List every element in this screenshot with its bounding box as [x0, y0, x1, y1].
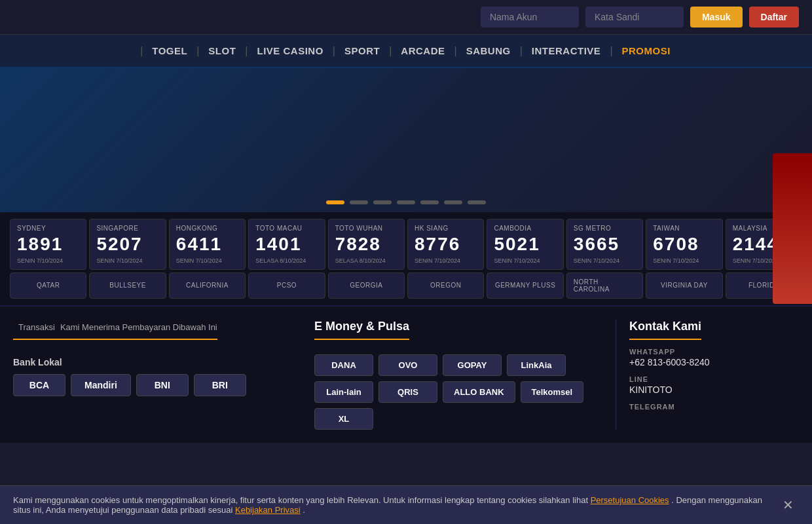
bank-button[interactable]: BRI — [194, 374, 246, 396]
lotto-date: SENIN 7/10/2024 — [96, 257, 158, 264]
dot-5[interactable] — [420, 200, 439, 204]
kontak-items: WHATSAPP +62 813-6003-8240 LINE KINITOTO… — [629, 348, 799, 411]
lotto-name: SG METRO — [574, 225, 636, 232]
lottery-card[interactable]: SG METRO 3665 SENIN 7/10/2024 — [566, 219, 643, 270]
emoney-button[interactable]: Lain-lain — [314, 381, 373, 403]
lottery-card-sm[interactable]: OREGON — [407, 272, 484, 299]
transaksi-title: TransaksiKami Menerima Pembayaran Dibawa… — [13, 320, 217, 340]
nav-promosi[interactable]: PROMOSI — [617, 43, 676, 59]
emoney-button[interactable]: XL — [314, 408, 373, 430]
lottery-grid-row2: QATARBULLSEYECALIFORNIAPCSOGEORGIAOREGON… — [10, 272, 802, 299]
cookie-text: Kami menggunakan cookies untuk mengoptim… — [13, 495, 764, 515]
lotto-name: TOTO WUHAN — [335, 225, 397, 232]
lottery-card-sm[interactable]: CALIFORNIA — [169, 272, 246, 299]
emoney-button[interactable]: Telkomsel — [521, 381, 584, 403]
lottery-card[interactable]: HONGKONG 6411 SENIN 7/10/2024 — [169, 219, 246, 270]
lotto-name: HONGKONG — [176, 225, 238, 232]
lottery-card[interactable]: CAMBODIA 5021 SENIN 7/10/2024 — [487, 219, 563, 270]
lottery-card[interactable]: TOTO WUHAN 7828 SELASA 8/10/2024 — [328, 219, 405, 270]
nav-live-casino[interactable]: LIVE CASINO — [252, 43, 329, 59]
kontak-section: Kontak Kami WHATSAPP +62 813-6003-8240 L… — [616, 320, 799, 430]
header: Masuk Daftar — [0, 0, 812, 35]
lotto-date: SENIN 7/10/2024 — [17, 257, 79, 264]
transaksi-section: TransaksiKami Menerima Pembayaran Dibawa… — [0, 305, 812, 443]
register-button[interactable]: Daftar — [749, 7, 799, 28]
lotto-date: SENIN 7/10/2024 — [574, 257, 636, 264]
lottery-card-sm[interactable]: GEORGIA — [328, 272, 405, 299]
lotto-number: 3665 — [574, 234, 636, 255]
cookie-link[interactable]: Persetujuan Cookies — [591, 495, 669, 505]
bank-button[interactable]: Mandiri — [71, 374, 131, 396]
lottery-card-sm[interactable]: PCSO — [248, 272, 325, 299]
transaksi-left: TransaksiKami Menerima Pembayaran Dibawa… — [13, 320, 301, 430]
dot-4[interactable] — [397, 200, 415, 204]
lottery-grid-row1: SYDNEY 1891 SENIN 7/10/2024 SINGAPORE 52… — [10, 219, 802, 270]
login-button[interactable]: Masuk — [690, 7, 743, 28]
lottery-card-sm[interactable]: GERMANY PLUSS — [487, 272, 563, 299]
emoney-title: E Money & Pulsa — [314, 320, 409, 340]
lotto-name: TOTO MACAU — [255, 225, 318, 232]
emoney-grid: DANAOVOGOPAYLinkAiaLain-lainQRISALLO BAN… — [314, 354, 602, 430]
lottery-card[interactable]: SYDNEY 1891 SENIN 7/10/2024 — [10, 219, 86, 270]
lotto-date: SENIN 7/10/2024 — [494, 257, 556, 264]
nav-interactive[interactable]: INTERACTIVE — [526, 43, 606, 59]
bank-grid: BCAMandiriBNIBRI — [13, 374, 301, 396]
kontak-item: WHATSAPP +62 813-6003-8240 — [629, 348, 799, 367]
lotto-date: SENIN 7/10/2024 — [415, 257, 477, 264]
nav-slot[interactable]: SLOT — [203, 43, 241, 59]
bank-button[interactable]: BNI — [136, 374, 189, 396]
nav-separator: | — [520, 45, 523, 57]
emoney-button[interactable]: QRIS — [378, 381, 437, 403]
dot-1[interactable] — [326, 200, 344, 204]
lotto-name: HK SIANG — [415, 225, 477, 232]
privacy-link[interactable]: Kebijakan Privasi — [235, 505, 301, 515]
kontak-label: LINE — [629, 375, 799, 383]
lotto-number: 1891 — [17, 234, 79, 255]
lotto-number: 5207 — [96, 234, 158, 255]
lottery-card[interactable]: SINGAPORE 5207 SENIN 7/10/2024 — [89, 219, 166, 270]
nav-separator: | — [610, 45, 612, 57]
lotto-number: 6708 — [653, 234, 715, 255]
emoney-button[interactable]: LinkAia — [507, 354, 566, 376]
nav-separator: | — [333, 45, 335, 57]
dot-2[interactable] — [350, 200, 368, 204]
nav-sabung[interactable]: SABUNG — [461, 43, 516, 59]
bank-button[interactable]: BCA — [13, 374, 65, 396]
emoney-button[interactable]: ALLO BANK — [443, 381, 515, 403]
emoney-button[interactable]: DANA — [314, 354, 373, 376]
lottery-card[interactable]: HK SIANG 8776 SENIN 7/10/2024 — [407, 219, 484, 270]
lotto-number: 5021 — [494, 234, 556, 255]
nav-separator: | — [454, 45, 457, 57]
lottery-card-sm[interactable]: BULLSEYE — [89, 272, 166, 299]
nav-arcade[interactable]: ARCADE — [396, 43, 450, 59]
nav-sport[interactable]: SPORT — [339, 43, 385, 59]
lottery-card-sm[interactable]: NORTH CAROLINA — [566, 272, 643, 299]
lottery-card[interactable]: TOTO MACAU 1401 SELASA 8/10/2024 — [248, 219, 325, 270]
username-input[interactable] — [481, 7, 579, 28]
dot-7[interactable] — [468, 200, 486, 204]
lottery-card[interactable]: TAIWAN 6708 SENIN 7/10/2024 — [646, 219, 722, 270]
dot-3[interactable] — [373, 200, 392, 204]
emoney-section: E Money & Pulsa DANAOVOGOPAYLinkAiaLain-… — [314, 320, 602, 430]
lotto-number: 1401 — [255, 234, 318, 255]
password-input[interactable] — [585, 7, 684, 28]
side-panel[interactable] — [773, 153, 812, 304]
lottery-card-sm[interactable]: QATAR — [10, 272, 86, 299]
lottery-card-sm[interactable]: VIRGINIA DAY — [646, 272, 722, 299]
kontak-label: WHATSAPP — [629, 348, 799, 356]
banner-dots — [326, 200, 486, 204]
kontak-title: Kontak Kami — [629, 320, 701, 340]
lotto-date: SENIN 7/10/2024 — [176, 257, 238, 264]
lotto-name: TAIWAN — [653, 225, 715, 232]
kontak-item: LINE KINITOTO — [629, 375, 799, 395]
lotto-date: SENIN 7/10/2024 — [653, 257, 715, 264]
nav-separator: | — [196, 45, 199, 57]
nav-togel[interactable]: TOGEL — [147, 43, 193, 59]
dot-6[interactable] — [444, 200, 462, 204]
cookie-close-button[interactable]: ✕ — [777, 497, 799, 513]
emoney-button[interactable]: OVO — [378, 354, 437, 376]
lotto-name: SINGAPORE — [96, 225, 158, 232]
lotto-date: SELASA 8/10/2024 — [255, 257, 318, 264]
lotto-name: SYDNEY — [17, 225, 79, 232]
emoney-button[interactable]: GOPAY — [443, 354, 502, 376]
